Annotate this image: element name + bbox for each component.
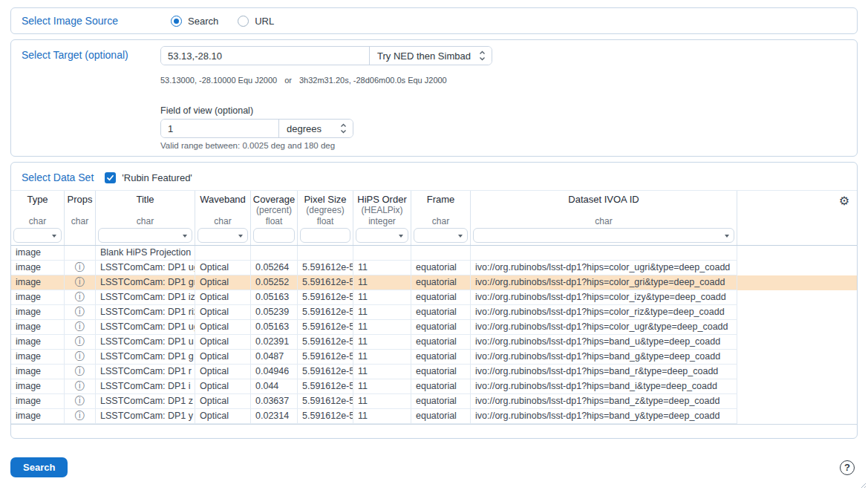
filter-title-select[interactable] [98,228,192,243]
cell-hips_order: 11 [353,261,411,275]
filter-pixel_size-input[interactable] [300,228,350,243]
cell-frame [411,246,471,261]
table-row[interactable]: imageⓘLSSTComCam: DP1 rOptical0.049465.5… [11,365,857,379]
column-header-waveband[interactable]: Wavebandchar [195,191,251,245]
cell-filler [737,246,857,261]
table-row[interactable]: imageⓘLSSTComCam: DP1 zOptical0.036375.5… [11,394,857,409]
cell-waveband: Optical [195,365,251,379]
cell-title: LSSTComCam: DP1 g [96,350,195,365]
column-header-pixel_size[interactable]: Pixel Size(degrees)float [298,191,353,245]
filter-frame-select[interactable] [414,228,468,243]
cell-pixel_size: 5.591612e-5 [298,394,353,409]
cell-ivoa_id: ivo://org.rubinobs/lsst-dp1?hips=color_r… [471,305,737,320]
cell-waveband: Optical [195,350,251,365]
cell-filler [737,261,857,275]
column-header-type[interactable]: Typechar [11,191,65,245]
cell-props: ⓘ [65,290,96,305]
cell-title: LSSTComCam: DP1 riz [96,305,195,320]
cell-props: ⓘ [65,275,96,290]
cell-hips_order: 11 [353,305,411,320]
cell-title: LSSTComCam: DP1 i [96,379,195,394]
search-button[interactable]: Search [10,457,68,477]
filter-coverage-input[interactable] [253,228,295,243]
fov-input[interactable] [161,120,278,137]
column-header-frame[interactable]: Framechar [411,191,471,245]
cell-hips_order: 11 [353,409,411,424]
radio-search[interactable]: Search [171,16,218,27]
filter-hips_order-select[interactable] [356,228,408,243]
column-subtitle: (HEALPix) [353,205,411,215]
info-icon[interactable]: ⓘ [75,321,85,332]
cell-coverage: 0.05163 [251,290,298,305]
info-icon[interactable]: ⓘ [75,410,85,421]
cell-ivoa_id: ivo://org.rubinobs/lsst-dp1?hips=color_u… [471,320,737,335]
resize-grip[interactable] [860,482,867,489]
fov-unit-value: degrees [287,123,322,134]
cell-filler [737,409,857,424]
fov-unit-select[interactable]: degrees [278,120,353,137]
info-icon[interactable]: ⓘ [75,306,85,317]
info-icon[interactable]: ⓘ [75,291,85,302]
column-header-title[interactable]: Titlechar [96,191,195,245]
cell-coverage: 0.0487 [251,350,298,365]
fov-valid-range-hint: Valid range between: 0.0025 deg and 180 … [160,141,492,150]
table-row[interactable]: imageⓘLSSTComCam: DP1 gOptical0.04875.59… [11,350,857,365]
cell-type: image [11,261,65,275]
cell-pixel_size: 5.591612e-5 [298,365,353,379]
cell-type: image [11,335,65,350]
help-icon[interactable]: ? [840,460,855,475]
column-header-hips_order[interactable]: HiPS Order(HEALPix)integer [353,191,411,245]
cell-filler [737,379,857,394]
filter-ivoa_id-select[interactable] [473,228,734,243]
cell-title: LSSTComCam: DP1 u [96,335,195,350]
table-row[interactable]: imageⓘLSSTComCam: DP1 uOptical0.023915.5… [11,335,857,350]
table-row[interactable]: imageⓘLSSTComCam: DP1 ugrOptical0.051635… [11,320,857,335]
resolved-equatorial: 53.13000, -28.10000 Equ J2000 [160,76,277,85]
column-header-props[interactable]: Propschar [65,191,96,245]
target-input-group: Try NED then Simbad [160,46,492,65]
cell-ivoa_id: ivo://org.rubinobs/lsst-dp1?hips=band_y&… [471,409,737,424]
info-icon[interactable]: ⓘ [75,365,85,376]
cell-waveband: Optical [195,379,251,394]
cell-frame: equatorial [411,290,471,305]
table-row[interactable]: imageⓘLSSTComCam: DP1 griOptical0.052525… [11,275,857,290]
cell-hips_order: 11 [353,275,411,290]
info-icon[interactable]: ⓘ [75,336,85,347]
table-row[interactable]: imageⓘLSSTComCam: DP1 ugriOptical0.05264… [11,261,857,275]
cell-frame: equatorial [411,305,471,320]
table-row[interactable]: imageⓘLSSTComCam: DP1 yOptical0.023145.5… [11,409,857,424]
column-header-coverage[interactable]: Coverage(percent)float [251,191,298,245]
footer: Search ? [10,457,858,477]
image-source-label: Select Image Source [22,15,171,27]
cell-type: image [11,275,65,290]
cell-filler [737,305,857,320]
info-icon[interactable]: ⓘ [75,395,85,406]
cell-pixel_size: 5.591612e-5 [298,275,353,290]
resolver-select[interactable]: Try NED then Simbad [369,47,492,65]
table-row[interactable]: imageⓘLSSTComCam: DP1 izyOptical0.051635… [11,290,857,305]
table-row[interactable]: imageBlank HiPS Projection [11,246,857,261]
dataset-table-body: imageBlank HiPS ProjectionimageⓘLSSTComC… [11,246,857,425]
info-icon[interactable]: ⓘ [75,261,85,272]
cell-props: ⓘ [65,379,96,394]
radio-url[interactable]: URL [238,16,274,27]
info-icon[interactable]: ⓘ [75,350,85,362]
column-title: Dataset IVOA ID [471,194,737,205]
table-row[interactable]: imageⓘLSSTComCam: DP1 iOptical0.0445.591… [11,379,857,394]
rubin-featured-checkbox[interactable]: 'Rubin Featured' [105,172,192,183]
column-subtitle [471,205,737,215]
resolved-sexagesimal: 3h32m31.20s, -28d06m00.0s Equ J2000 [299,76,447,85]
cell-filler [737,275,857,290]
column-header-ivoa_id[interactable]: Dataset IVOA IDchar [471,191,737,245]
filter-waveband-select[interactable] [198,228,248,243]
table-row[interactable]: imageⓘLSSTComCam: DP1 rizOptical0.052395… [11,305,857,320]
cell-ivoa_id: ivo://org.rubinobs/lsst-dp1?hips=color_i… [471,290,737,305]
table-options-gear-icon[interactable]: ⚙ [737,194,857,207]
target-input[interactable] [161,47,369,65]
cell-hips_order: 11 [353,335,411,350]
dropdown-arrow-icon [183,235,187,238]
filter-type-select[interactable] [13,228,62,243]
info-icon[interactable]: ⓘ [75,276,85,287]
cell-pixel_size: 5.591612e-5 [298,409,353,424]
info-icon[interactable]: ⓘ [75,380,85,391]
